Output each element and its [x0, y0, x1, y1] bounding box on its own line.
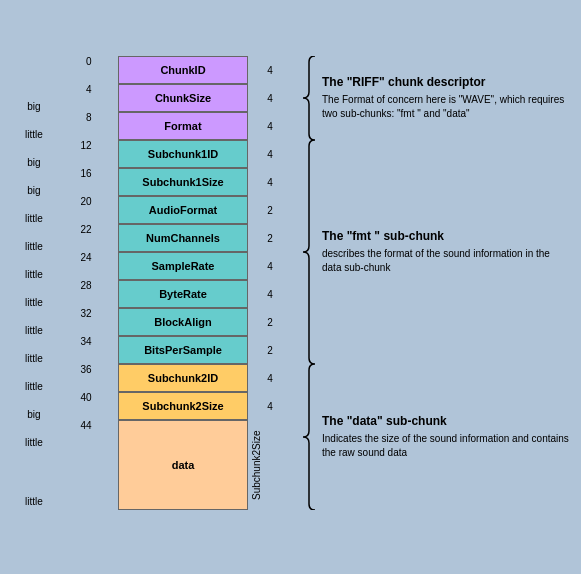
- brace-icon: [302, 364, 318, 510]
- offset-cell: 34: [80, 336, 95, 364]
- size-cell: 4: [267, 140, 273, 168]
- field-cell: ChunkID: [118, 56, 248, 84]
- size-cell: 4: [267, 280, 273, 308]
- endian-cell: big: [25, 92, 43, 120]
- endian-cell: big: [25, 148, 43, 176]
- endian-cell: little: [25, 204, 43, 232]
- size-cell: 4: [267, 168, 273, 196]
- offset-cell: 22: [80, 224, 95, 252]
- offset-column: 0481216202224283234364044: [58, 20, 118, 510]
- size-cell: 2: [267, 336, 273, 364]
- field-cell: Subchunk2ID: [118, 364, 248, 392]
- size-cell: 4: [267, 112, 273, 140]
- size-cell: [267, 420, 273, 510]
- annotation-group-1: The "fmt " sub-chunkdescribes the format…: [302, 140, 571, 364]
- annotations-column: The "RIFF" chunk descriptorThe Format of…: [292, 20, 571, 510]
- field-cell: Subchunk1Size: [118, 168, 248, 196]
- data-row-wrapper: dataSubchunk2Size: [118, 420, 248, 510]
- annotation-title: The "RIFF" chunk descriptor: [322, 75, 571, 89]
- brace-icon: [302, 140, 318, 364]
- offset-cell: 4: [80, 84, 95, 112]
- endian-cell: little: [25, 232, 43, 260]
- field-header: [118, 20, 248, 56]
- offset-cell: 40: [80, 392, 95, 420]
- field-cell: SampleRate: [118, 252, 248, 280]
- offset-cell: 28: [80, 280, 95, 308]
- field-cell: Subchunk1ID: [118, 140, 248, 168]
- size-cell: 4: [267, 392, 273, 420]
- size-cell: 4: [267, 56, 273, 84]
- brace-icon: [302, 56, 318, 140]
- endian-cell: little: [25, 260, 43, 288]
- offset-cell: 24: [80, 252, 95, 280]
- annotation-text: The "RIFF" chunk descriptorThe Format of…: [318, 56, 571, 140]
- field-cell: Format: [118, 112, 248, 140]
- endian-cell: little: [25, 428, 43, 456]
- annotation-group-2: The "data" sub-chunkIndicates the size o…: [302, 364, 571, 510]
- offset-cell: 12: [80, 140, 95, 168]
- field-cell: AudioFormat: [118, 196, 248, 224]
- field-cell: ChunkSize: [118, 84, 248, 112]
- page-title: [0, 0, 581, 20]
- endian-cell: big: [25, 400, 43, 428]
- field-cell: NumChannels: [118, 224, 248, 252]
- offset-cell: 32: [80, 308, 95, 336]
- endian-cell: big: [25, 176, 43, 204]
- annotation-title: The "fmt " sub-chunk: [322, 229, 571, 243]
- endian-cell: little: [25, 372, 43, 400]
- field-cell-data: data: [118, 420, 248, 510]
- annotation-desc: describes the format of the sound inform…: [322, 247, 571, 275]
- annotation-title: The "data" sub-chunk: [322, 414, 571, 428]
- offset-cell: 8: [80, 112, 95, 140]
- endian-column: biglittlebigbiglittlelittlelittlelittlel…: [10, 20, 58, 546]
- field-cell: Subchunk2Size: [118, 392, 248, 420]
- offset-cell: 0: [80, 56, 95, 84]
- annotation-desc: The Format of concern here is "WAVE", wh…: [322, 93, 571, 121]
- vertical-size-label: Subchunk2Size: [251, 420, 262, 510]
- endian-cell: little: [25, 456, 43, 546]
- size-cell: 4: [267, 364, 273, 392]
- field-column: ChunkIDChunkSizeFormatSubchunk1IDSubchun…: [118, 20, 248, 510]
- annotation-group-0: The "RIFF" chunk descriptorThe Format of…: [302, 56, 571, 140]
- annotation-text: The "fmt " sub-chunkdescribes the format…: [318, 140, 571, 364]
- endian-cell: little: [25, 120, 43, 148]
- field-cell: ByteRate: [118, 280, 248, 308]
- offset-cell: 36: [80, 364, 95, 392]
- size-cell: 2: [267, 308, 273, 336]
- offset-cell: 20: [80, 196, 95, 224]
- field-cell: BitsPerSample: [118, 336, 248, 364]
- annotation-text: The "data" sub-chunkIndicates the size o…: [318, 364, 571, 510]
- endian-cell: little: [25, 344, 43, 372]
- size-cell: 4: [267, 252, 273, 280]
- offset-cell: 44: [80, 420, 95, 510]
- size-cell: 2: [267, 196, 273, 224]
- size-cell: 4: [267, 84, 273, 112]
- size-cell: 2: [267, 224, 273, 252]
- field-cell: BlockAlign: [118, 308, 248, 336]
- endian-cell: little: [25, 316, 43, 344]
- endian-cell: little: [25, 288, 43, 316]
- offset-cell: 16: [80, 168, 95, 196]
- annotation-desc: Indicates the size of the sound informat…: [322, 432, 571, 460]
